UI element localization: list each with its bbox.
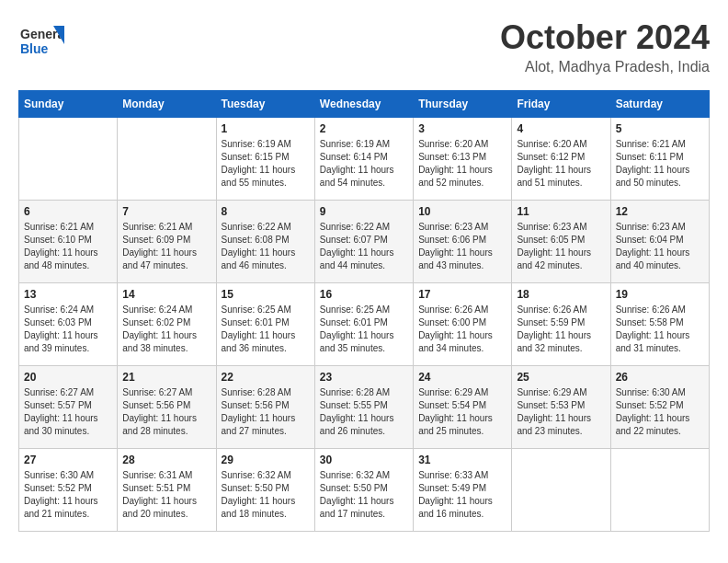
day-info: Sunrise: 6:30 AM Sunset: 5:52 PM Dayligh… <box>616 386 704 438</box>
day-info: Sunrise: 6:27 AM Sunset: 5:56 PM Dayligh… <box>122 386 210 438</box>
day-number: 11 <box>517 205 605 218</box>
day-info: Sunrise: 6:28 AM Sunset: 5:56 PM Dayligh… <box>222 386 310 438</box>
day-number: 10 <box>418 205 506 218</box>
day-number: 3 <box>418 122 506 135</box>
day-info: Sunrise: 6:23 AM Sunset: 6:06 PM Dayligh… <box>418 221 506 272</box>
calendar-cell: 8Sunrise: 6:22 AM Sunset: 6:08 PM Daylig… <box>216 201 314 283</box>
calendar-cell: 30Sunrise: 6:32 AM Sunset: 5:50 PM Dayli… <box>314 449 413 532</box>
weekday-header: Monday <box>118 91 216 118</box>
calendar-cell: 28Sunrise: 6:31 AM Sunset: 5:51 PM Dayli… <box>118 449 216 532</box>
calendar-cell: 3Sunrise: 6:20 AM Sunset: 6:13 PM Daylig… <box>414 118 512 201</box>
day-info: Sunrise: 6:26 AM Sunset: 5:59 PM Dayligh… <box>517 304 605 355</box>
calendar-cell <box>610 449 709 532</box>
day-info: Sunrise: 6:23 AM Sunset: 6:04 PM Dayligh… <box>616 221 704 272</box>
location: Alot, Madhya Pradesh, India <box>500 59 710 75</box>
day-number: 28 <box>122 454 210 466</box>
calendar-cell: 13Sunrise: 6:24 AM Sunset: 6:03 PM Dayli… <box>19 283 118 366</box>
weekday-header: Wednesday <box>314 91 413 118</box>
day-number: 22 <box>222 371 310 384</box>
calendar-week-row: 13Sunrise: 6:24 AM Sunset: 6:03 PM Dayli… <box>19 283 710 366</box>
calendar-cell <box>19 118 118 201</box>
day-info: Sunrise: 6:26 AM Sunset: 5:58 PM Dayligh… <box>616 304 704 355</box>
day-info: Sunrise: 6:22 AM Sunset: 6:07 PM Dayligh… <box>320 221 408 272</box>
day-number: 4 <box>517 122 605 135</box>
weekday-header: Saturday <box>610 91 709 118</box>
calendar-header-row: SundayMondayTuesdayWednesdayThursdayFrid… <box>19 91 710 118</box>
weekday-header: Thursday <box>414 91 512 118</box>
svg-text:Blue: Blue <box>20 41 49 56</box>
day-number: 15 <box>222 288 310 301</box>
day-info: Sunrise: 6:23 AM Sunset: 6:05 PM Dayligh… <box>517 221 605 272</box>
calendar-week-row: 27Sunrise: 6:30 AM Sunset: 5:52 PM Dayli… <box>19 449 710 532</box>
calendar-cell: 18Sunrise: 6:26 AM Sunset: 5:59 PM Dayli… <box>512 283 610 366</box>
logo-icon: General Blue <box>18 18 64 64</box>
day-number: 23 <box>320 371 408 384</box>
day-number: 17 <box>418 288 506 301</box>
calendar-cell: 26Sunrise: 6:30 AM Sunset: 5:52 PM Dayli… <box>610 366 709 449</box>
page-header: General Blue October 2024 Alot, Madhya P… <box>18 18 710 75</box>
day-info: Sunrise: 6:28 AM Sunset: 5:55 PM Dayligh… <box>320 386 408 438</box>
day-info: Sunrise: 6:24 AM Sunset: 6:03 PM Dayligh… <box>24 304 112 355</box>
calendar-cell: 12Sunrise: 6:23 AM Sunset: 6:04 PM Dayli… <box>610 201 709 283</box>
day-info: Sunrise: 6:33 AM Sunset: 5:49 PM Dayligh… <box>418 469 506 521</box>
day-number: 29 <box>222 454 310 466</box>
day-info: Sunrise: 6:19 AM Sunset: 6:14 PM Dayligh… <box>320 138 408 190</box>
day-number: 27 <box>24 454 112 466</box>
calendar-cell: 7Sunrise: 6:21 AM Sunset: 6:09 PM Daylig… <box>118 201 216 283</box>
day-info: Sunrise: 6:21 AM Sunset: 6:10 PM Dayligh… <box>24 221 112 272</box>
day-number: 20 <box>24 371 112 384</box>
calendar-cell: 25Sunrise: 6:29 AM Sunset: 5:53 PM Dayli… <box>512 366 610 449</box>
calendar-cell: 4Sunrise: 6:20 AM Sunset: 6:12 PM Daylig… <box>512 118 610 201</box>
calendar-table: SundayMondayTuesdayWednesdayThursdayFrid… <box>18 90 710 532</box>
calendar-cell: 9Sunrise: 6:22 AM Sunset: 6:07 PM Daylig… <box>314 201 413 283</box>
title-section: October 2024 Alot, Madhya Pradesh, India <box>500 18 710 75</box>
day-number: 30 <box>320 454 408 466</box>
day-number: 16 <box>320 288 408 301</box>
calendar-cell: 22Sunrise: 6:28 AM Sunset: 5:56 PM Dayli… <box>216 366 314 449</box>
calendar-cell <box>512 449 610 532</box>
day-number: 26 <box>616 371 704 384</box>
day-info: Sunrise: 6:27 AM Sunset: 5:57 PM Dayligh… <box>24 386 112 438</box>
day-number: 5 <box>616 122 704 135</box>
day-number: 31 <box>418 454 506 466</box>
logo: General Blue <box>18 18 64 64</box>
day-info: Sunrise: 6:31 AM Sunset: 5:51 PM Dayligh… <box>122 469 210 521</box>
day-info: Sunrise: 6:29 AM Sunset: 5:53 PM Dayligh… <box>517 386 605 438</box>
day-number: 24 <box>418 371 506 384</box>
day-info: Sunrise: 6:30 AM Sunset: 5:52 PM Dayligh… <box>24 469 112 521</box>
day-info: Sunrise: 6:24 AM Sunset: 6:02 PM Dayligh… <box>122 304 210 355</box>
calendar-cell: 20Sunrise: 6:27 AM Sunset: 5:57 PM Dayli… <box>19 366 118 449</box>
calendar-cell: 14Sunrise: 6:24 AM Sunset: 6:02 PM Dayli… <box>118 283 216 366</box>
day-number: 21 <box>122 371 210 384</box>
day-info: Sunrise: 6:22 AM Sunset: 6:08 PM Dayligh… <box>222 221 310 272</box>
calendar-week-row: 6Sunrise: 6:21 AM Sunset: 6:10 PM Daylig… <box>19 201 710 283</box>
calendar-cell: 6Sunrise: 6:21 AM Sunset: 6:10 PM Daylig… <box>19 201 118 283</box>
calendar-cell: 15Sunrise: 6:25 AM Sunset: 6:01 PM Dayli… <box>216 283 314 366</box>
day-info: Sunrise: 6:20 AM Sunset: 6:12 PM Dayligh… <box>517 138 605 190</box>
day-info: Sunrise: 6:26 AM Sunset: 6:00 PM Dayligh… <box>418 304 506 355</box>
weekday-header: Sunday <box>19 91 118 118</box>
day-number: 25 <box>517 371 605 384</box>
calendar-cell: 29Sunrise: 6:32 AM Sunset: 5:50 PM Dayli… <box>216 449 314 532</box>
day-info: Sunrise: 6:32 AM Sunset: 5:50 PM Dayligh… <box>222 469 310 521</box>
day-info: Sunrise: 6:25 AM Sunset: 6:01 PM Dayligh… <box>320 304 408 355</box>
day-number: 13 <box>24 288 112 301</box>
day-info: Sunrise: 6:21 AM Sunset: 6:11 PM Dayligh… <box>616 138 704 190</box>
day-number: 12 <box>616 205 704 218</box>
calendar-cell: 11Sunrise: 6:23 AM Sunset: 6:05 PM Dayli… <box>512 201 610 283</box>
calendar-cell: 16Sunrise: 6:25 AM Sunset: 6:01 PM Dayli… <box>314 283 413 366</box>
day-info: Sunrise: 6:32 AM Sunset: 5:50 PM Dayligh… <box>320 469 408 521</box>
day-number: 7 <box>122 205 210 218</box>
day-info: Sunrise: 6:20 AM Sunset: 6:13 PM Dayligh… <box>418 138 506 190</box>
calendar-cell: 24Sunrise: 6:29 AM Sunset: 5:54 PM Dayli… <box>414 366 512 449</box>
calendar-week-row: 1Sunrise: 6:19 AM Sunset: 6:15 PM Daylig… <box>19 118 710 201</box>
weekday-header: Friday <box>512 91 610 118</box>
day-number: 1 <box>222 122 310 135</box>
calendar-cell: 5Sunrise: 6:21 AM Sunset: 6:11 PM Daylig… <box>610 118 709 201</box>
calendar-cell <box>118 118 216 201</box>
weekday-header: Tuesday <box>216 91 314 118</box>
calendar-week-row: 20Sunrise: 6:27 AM Sunset: 5:57 PM Dayli… <box>19 366 710 449</box>
calendar-cell: 1Sunrise: 6:19 AM Sunset: 6:15 PM Daylig… <box>216 118 314 201</box>
calendar-cell: 2Sunrise: 6:19 AM Sunset: 6:14 PM Daylig… <box>314 118 413 201</box>
calendar-cell: 23Sunrise: 6:28 AM Sunset: 5:55 PM Dayli… <box>314 366 413 449</box>
